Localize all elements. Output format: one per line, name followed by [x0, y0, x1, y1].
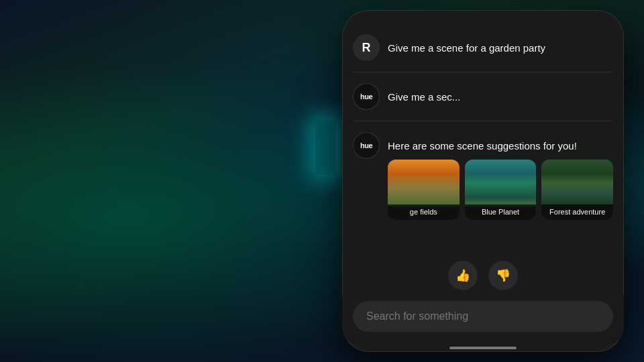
- scene-card-orange[interactable]: ge fields: [388, 160, 460, 220]
- search-input[interactable]: [353, 301, 613, 332]
- scene-suggestions-label: Here are some scene suggestions for you!: [388, 139, 613, 153]
- message-text-1: Give me a scene for a garden party: [388, 34, 613, 55]
- thumbs-up-button[interactable]: 👍: [448, 261, 478, 290]
- chat-message-user: R Give me a scene for a garden party: [353, 23, 613, 72]
- search-bar-container: [342, 296, 624, 341]
- scene-card-blue[interactable]: Blue Planet: [465, 160, 537, 220]
- thumbs-down-button[interactable]: 👎: [488, 261, 518, 290]
- phone-container: R Give me a scene for a garden party hue…: [322, 0, 644, 362]
- scene-image-orange: [388, 160, 460, 206]
- scene-label-orange: ge fields: [388, 204, 460, 220]
- scene-image-forest: [541, 160, 613, 206]
- feedback-buttons: 👍 👎: [342, 253, 624, 296]
- home-bar: [449, 347, 517, 349]
- scene-cards: ge fields Blue Planet Fore: [388, 160, 613, 220]
- message-text-2: Give me a sec...: [388, 83, 613, 104]
- avatar-hue-2: hue: [353, 132, 380, 159]
- phone: R Give me a scene for a garden party hue…: [342, 10, 624, 352]
- chat-message-hue-loading: hue Give me a sec...: [353, 72, 613, 121]
- home-indicator: [342, 341, 624, 352]
- avatar-hue-1: hue: [353, 83, 380, 110]
- scene-suggestions-area: Here are some scene suggestions for you!…: [388, 132, 613, 220]
- chat-message-scenes: hue Here are some scene suggestions for …: [353, 121, 613, 231]
- message-blurred: [464, 91, 519, 103]
- scene-label-blue: Blue Planet: [465, 204, 537, 220]
- scene-image-blue: [465, 160, 537, 206]
- chat-area: R Give me a scene for a garden party hue…: [342, 10, 624, 253]
- scene-label-forest: Forest adventure: [541, 204, 613, 220]
- avatar-user: R: [353, 34, 380, 61]
- scene-card-forest[interactable]: Forest adventure: [541, 160, 613, 220]
